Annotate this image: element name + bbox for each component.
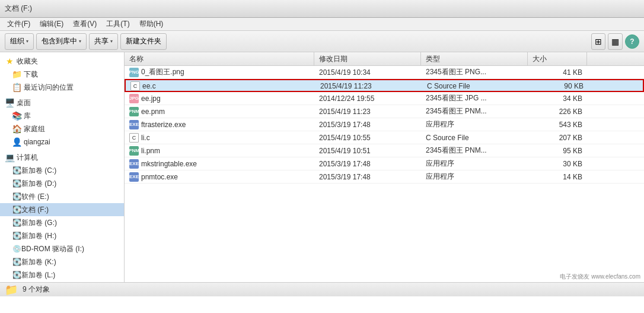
- computer-icon: 💻: [5, 153, 14, 162]
- file-list-container[interactable]: 名称 修改日期 类型 大小 PNG 0_看图王.png 2015/4/19 10…: [125, 52, 644, 282]
- sidebar-desktop-header[interactable]: 🖥️ 桌面: [0, 96, 124, 109]
- sidebar-drive-f[interactable]: 💽 文档 (F:): [0, 203, 124, 216]
- help-button[interactable]: ?: [625, 34, 639, 49]
- col-header-name[interactable]: 名称: [125, 52, 314, 65]
- sidebar-drive-l[interactable]: 💽 新加卷 (L:): [0, 268, 124, 282]
- computer-section: 💻 计算机 💽 新加卷 (C:) 💽 新加卷 (D:) 💽 软件 (E:) 💽: [0, 151, 124, 282]
- file-row[interactable]: PNM ee.pnm 2015/4/19 11:23 2345看图王 PNM..…: [125, 105, 644, 118]
- sidebar-favorites-header[interactable]: ★ 收藏夹: [0, 55, 124, 68]
- file-name: pnmtoc.exe: [141, 173, 178, 181]
- col-header-date[interactable]: 修改日期: [314, 52, 421, 65]
- file-row[interactable]: EXE ftrasterize.exe 2015/3/19 17:48 应用程序…: [125, 118, 644, 131]
- sidebar-item-library[interactable]: 📚 库: [0, 109, 124, 122]
- file-date: 2015/4/19 10:34: [314, 67, 421, 78]
- drive-k-icon: 💽: [12, 257, 21, 267]
- col-header-size[interactable]: 大小: [528, 52, 587, 65]
- preview-pane-button[interactable]: ▦: [608, 33, 623, 50]
- file-name: 0_看图王.png: [141, 67, 184, 77]
- menu-help[interactable]: 帮助(H): [135, 18, 168, 30]
- file-name: ee.pnm: [141, 108, 165, 116]
- file-name: ftrasterize.exe: [141, 121, 186, 129]
- file-type: 应用程序: [421, 157, 528, 170]
- file-row[interactable]: EXE mkstringtable.exe 2015/3/19 17:48 应用…: [125, 157, 644, 170]
- file-date: 2015/4/19 10:51: [314, 146, 421, 156]
- file-row[interactable]: C ee.c 2015/4/19 11:23 C Source File 90 …: [125, 79, 644, 92]
- file-type: 应用程序: [421, 118, 528, 131]
- file-name-cell: PNG 0_看图王.png: [125, 66, 314, 78]
- file-name-cell: PNM ee.pnm: [125, 106, 314, 118]
- main-layout: ★ 收藏夹 📁 下载 📋 最近访问的位置 🖥️ 桌面: [0, 52, 644, 282]
- file-date: 2015/4/19 11:23: [314, 106, 421, 117]
- pnm-icon: PNM: [129, 146, 139, 156]
- include-library-button[interactable]: 包含到库中 ▾: [36, 33, 87, 50]
- c-icon: C: [129, 133, 139, 143]
- file-name-cell: EXE pnmtoc.exe: [125, 171, 314, 183]
- desktop-icon: 🖥️: [5, 98, 14, 108]
- file-row[interactable]: C li.c 2015/4/19 10:55 C Source File 207…: [125, 131, 644, 144]
- file-name-cell: PNM li.pnm: [125, 145, 314, 157]
- file-date: 2015/3/19 17:48: [314, 119, 421, 130]
- file-size: 543 KB: [528, 119, 587, 130]
- sidebar-item-recent[interactable]: 📋 最近访问的位置: [0, 81, 124, 94]
- sidebar-item-download[interactable]: 📁 下载: [0, 68, 124, 81]
- sidebar-drive-k[interactable]: 💽 新加卷 (K:): [0, 255, 124, 268]
- titlebar: 文档 (F:): [0, 0, 644, 18]
- preview-icon: ▦: [611, 37, 619, 46]
- file-name: ee.c: [142, 82, 156, 90]
- file-row[interactable]: PNG 0_看图王.png 2015/4/19 10:34 2345看图王 PN…: [125, 66, 644, 79]
- recent-icon: 📋: [12, 83, 21, 92]
- file-date: 2015/3/19 17:48: [314, 172, 421, 182]
- statusbar: 📁 9 个对象: [0, 282, 644, 296]
- watermark: 电子发烧友 www.elecfans.com: [556, 271, 644, 282]
- view-toggle-button[interactable]: ⊞: [591, 33, 605, 50]
- menu-file[interactable]: 文件(F): [2, 18, 35, 30]
- desktop-section: 🖥️ 桌面 📚 库 🏠 家庭组 👤 qiangzai: [0, 96, 124, 148]
- organize-arrow-icon: ▾: [26, 39, 28, 44]
- drive-l-icon: 💽: [12, 270, 21, 280]
- file-name: li.pnm: [141, 147, 160, 155]
- sidebar-drive-e[interactable]: 💽 软件 (E:): [0, 190, 124, 203]
- file-type: C Source File: [421, 132, 528, 143]
- sidebar-drive-i[interactable]: 💿 BD-ROM 驱动器 (I:): [0, 242, 124, 255]
- drive-i-icon: 💿: [12, 244, 21, 254]
- file-size: 30 KB: [528, 159, 587, 169]
- pnm-icon: PNM: [129, 107, 139, 116]
- file-row[interactable]: EXE pnmtoc.exe 2015/3/19 17:48 应用程序 14 K…: [125, 170, 644, 184]
- sidebar-computer-header[interactable]: 💻 计算机: [0, 151, 124, 164]
- menu-tools[interactable]: 工具(T): [101, 18, 134, 30]
- menu-view[interactable]: 查看(V): [68, 18, 101, 30]
- sidebar-item-homegroup[interactable]: 🏠 家庭组: [0, 122, 124, 135]
- file-size: 95 KB: [528, 146, 587, 156]
- file-date: 2015/4/19 10:55: [314, 132, 421, 143]
- user-icon: 👤: [12, 137, 21, 147]
- file-row[interactable]: JPG ee.jpg 2014/12/24 19:55 2345看图王 JPG …: [125, 92, 644, 105]
- file-row[interactable]: PNM li.pnm 2015/4/19 10:51 2345看图王 PNM..…: [125, 144, 644, 157]
- file-name-cell: EXE ftrasterize.exe: [125, 119, 314, 131]
- sidebar-drive-d[interactable]: 💽 新加卷 (D:): [0, 177, 124, 190]
- sidebar-drive-h[interactable]: 💽 新加卷 (H:): [0, 229, 124, 242]
- organize-button[interactable]: 组织 ▾: [5, 33, 34, 50]
- titlebar-title: 文档 (F:): [5, 4, 32, 14]
- file-type: C Source File: [422, 81, 529, 91]
- file-size: 207 KB: [528, 132, 587, 143]
- status-text: 9 个对象: [23, 284, 50, 295]
- sidebar-drive-c[interactable]: 💽 新加卷 (C:): [0, 164, 124, 177]
- favorites-section: ★ 收藏夹 📁 下载 📋 最近访问的位置: [0, 55, 124, 94]
- new-folder-button[interactable]: 新建文件夹: [120, 33, 167, 50]
- library-icon: 📚: [12, 111, 21, 121]
- menu-edit[interactable]: 编辑(E): [35, 18, 68, 30]
- sidebar-drive-g[interactable]: 💽 新加卷 (G:): [0, 216, 124, 229]
- toolbar: 组织 ▾ 包含到库中 ▾ 共享 ▾ 新建文件夹 ⊞ ▦ ?: [0, 31, 644, 52]
- col-header-type[interactable]: 类型: [421, 52, 528, 65]
- folder-status-icon: 📁: [5, 283, 18, 296]
- file-size: 14 KB: [528, 172, 587, 182]
- file-size: 41 KB: [528, 67, 587, 78]
- sidebar-item-user[interactable]: 👤 qiangzai: [0, 135, 124, 148]
- file-type: 应用程序: [421, 170, 528, 183]
- drive-h-icon: 💽: [12, 231, 21, 241]
- png-icon: PNG: [129, 68, 139, 77]
- file-date: 2014/12/24 19:55: [314, 93, 421, 104]
- sidebar-scroll[interactable]: ★ 收藏夹 📁 下载 📋 最近访问的位置 🖥️ 桌面: [0, 52, 124, 282]
- share-button[interactable]: 共享 ▾: [89, 33, 118, 50]
- homegroup-icon: 🏠: [12, 124, 21, 134]
